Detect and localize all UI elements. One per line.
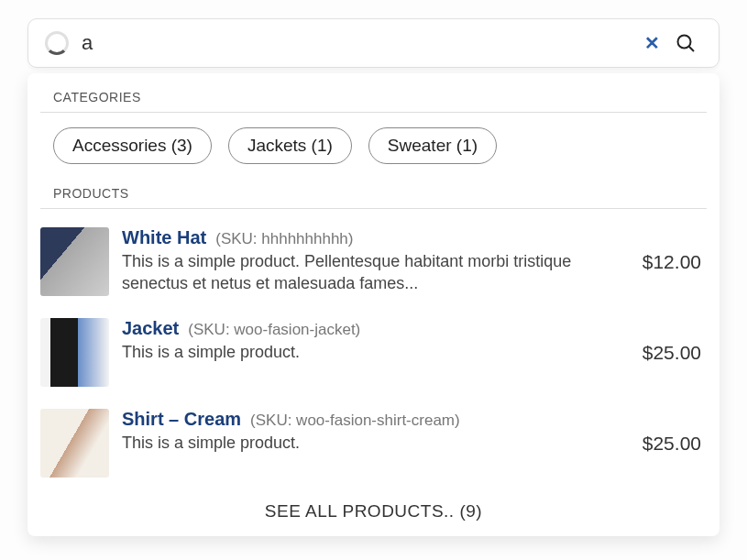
category-chip[interactable]: Accessories (3)	[53, 127, 212, 164]
see-all-link[interactable]: SEE ALL PRODUCTS.. (9)	[27, 489, 720, 525]
product-list: White Hat (SKU: hhhhhhhhhh) This is a si…	[27, 209, 720, 489]
products-header: PRODUCTS	[40, 181, 707, 209]
product-row[interactable]: Jacket (SKU: woo-fasion-jacket) This is …	[27, 307, 720, 398]
search-input[interactable]	[82, 31, 635, 55]
category-chip[interactable]: Sweater (1)	[368, 127, 497, 164]
svg-point-0	[678, 36, 691, 49]
product-title: Shirt – Cream	[122, 409, 241, 430]
product-title: White Hat	[122, 227, 206, 248]
chip-label: Sweater (1)	[388, 136, 478, 155]
product-sku: (SKU: hhhhhhhhhh)	[215, 230, 353, 248]
clear-button[interactable]: ✕	[635, 27, 669, 60]
chip-label: Accessories (3)	[72, 136, 192, 155]
chip-label: Jackets (1)	[247, 136, 333, 155]
product-price: $25.00	[643, 433, 707, 455]
svg-line-1	[689, 47, 694, 51]
product-info: Jacket (SKU: woo-fasion-jacket) This is …	[122, 318, 630, 363]
product-sku: (SKU: woo-fasion-jacket)	[188, 321, 360, 339]
product-price: $25.00	[643, 342, 707, 364]
product-thumbnail	[40, 227, 109, 296]
category-chips: Accessories (3) Jackets (1) Sweater (1)	[40, 113, 707, 181]
product-price: $12.00	[643, 251, 707, 273]
product-thumbnail	[40, 318, 109, 387]
product-row[interactable]: White Hat (SKU: hhhhhhhhhh) This is a si…	[27, 216, 720, 307]
search-icon	[675, 32, 697, 54]
results-dropdown: CATEGORIES Accessories (3) Jackets (1) S…	[27, 73, 720, 536]
search-button[interactable]	[669, 27, 702, 60]
product-title: Jacket	[122, 318, 179, 339]
loading-spinner-icon	[45, 31, 69, 55]
product-description: This is a simple product. Pellentesque h…	[122, 250, 589, 295]
product-thumbnail	[40, 409, 109, 478]
search-bar: ✕	[27, 18, 720, 68]
close-icon: ✕	[644, 33, 660, 53]
product-description: This is a simple product.	[122, 432, 589, 454]
categories-header: CATEGORIES	[40, 84, 707, 113]
product-info: Shirt – Cream (SKU: woo-fasion-shirt-cre…	[122, 409, 630, 454]
product-row[interactable]: Shirt – Cream (SKU: woo-fasion-shirt-cre…	[27, 398, 720, 489]
product-description: This is a simple product.	[122, 341, 589, 363]
product-sku: (SKU: woo-fasion-shirt-cream)	[250, 412, 460, 430]
product-info: White Hat (SKU: hhhhhhhhhh) This is a si…	[122, 227, 630, 295]
category-chip[interactable]: Jackets (1)	[228, 127, 352, 164]
